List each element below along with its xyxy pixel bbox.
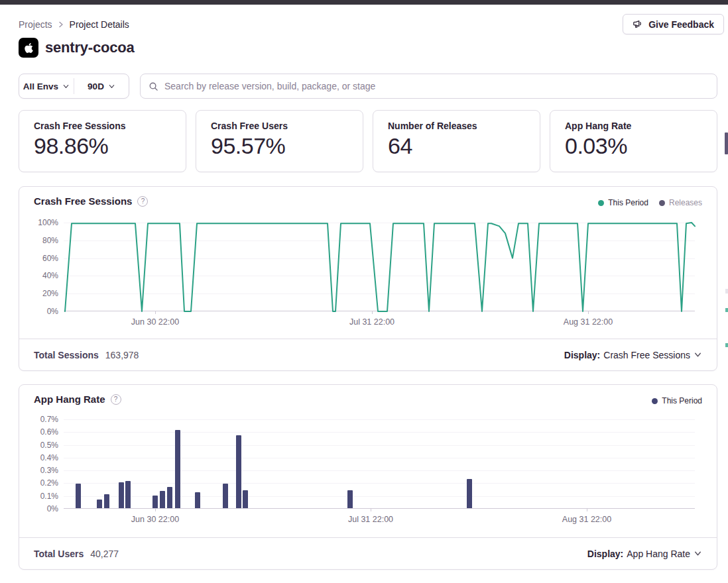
display-label: Display:: [564, 350, 600, 360]
environment-selector-label: All Envs: [23, 81, 58, 91]
breadcrumb: Projects Project Details: [19, 19, 129, 30]
legend-item-this-period[interactable]: This Period: [652, 396, 702, 405]
stat-label: App Hang Rate: [565, 121, 702, 131]
breadcrumb-projects-link[interactable]: Projects: [19, 19, 52, 30]
total-users: Total Users 40,277: [34, 549, 119, 559]
apple-icon: [19, 38, 38, 58]
stat-label: Number of Releases: [388, 121, 525, 131]
release-search-box: [140, 74, 717, 99]
chevron-right-icon: [58, 21, 64, 28]
search-input[interactable]: [164, 81, 709, 91]
clipped-side-panel-dot: [725, 308, 728, 312]
page-title: sentry-cocoa: [45, 39, 135, 56]
give-feedback-button[interactable]: Give Feedback: [623, 14, 724, 34]
legend-item-releases[interactable]: Releases: [659, 198, 702, 207]
legend-label: This Period: [662, 396, 702, 405]
give-feedback-label: Give Feedback: [648, 19, 714, 30]
app-hang-rate-chart-panel: App Hang Rate ? This Period 0%0.1%0.2%0.…: [19, 384, 717, 570]
legend-label: Releases: [669, 198, 702, 207]
help-icon[interactable]: ?: [137, 196, 148, 207]
stat-label: Crash Free Sessions: [34, 121, 171, 131]
legend-dot: [598, 200, 604, 206]
clipped-side-panel-dot: [725, 343, 728, 347]
help-icon[interactable]: ?: [111, 394, 121, 405]
crash-free-sessions-line-chart[interactable]: 0%20%40%60%80%100%Jun 30 22:00Jul 31 22:…: [64, 223, 695, 311]
date-range-selector-label: 90D: [88, 81, 104, 91]
legend-item-this-period[interactable]: This Period: [598, 198, 648, 207]
display-value: App Hang Rate: [627, 549, 690, 559]
display-selector[interactable]: Display: App Hang Rate: [587, 549, 702, 559]
display-selector[interactable]: Display: Crash Free Sessions: [564, 350, 702, 360]
stat-label: Crash Free Users: [211, 121, 348, 131]
stat-card-number-of-releases: Number of Releases 64: [373, 110, 540, 172]
clipped-side-panel-bar: [725, 132, 728, 154]
panel-title-text: App Hang Rate: [34, 394, 105, 405]
panel-title-text: Crash Free Sessions: [34, 195, 132, 207]
chart-legend: This Period: [652, 396, 702, 405]
stat-value: 98.86%: [34, 133, 171, 159]
megaphone-icon: [633, 19, 643, 30]
stat-card-app-hang-rate: App Hang Rate 0.03%: [550, 110, 717, 172]
chevron-down-icon: [108, 83, 115, 90]
clipped-side-panel-item: [725, 289, 728, 293]
panel-title: App Hang Rate ?: [34, 394, 121, 405]
total-value: 163,978: [105, 350, 139, 360]
stat-card-crash-free-sessions: Crash Free Sessions 98.86%: [19, 110, 186, 172]
panel-title: Crash Free Sessions ?: [34, 195, 148, 207]
project-title-row: sentry-cocoa: [19, 38, 135, 58]
date-range-selector[interactable]: 90D: [74, 74, 129, 98]
stat-value: 64: [388, 133, 525, 159]
environment-selector[interactable]: All Envs: [19, 74, 74, 98]
legend-dot: [652, 398, 658, 404]
panel-footer: Total Users 40,277 Display: App Hang Rat…: [19, 537, 717, 569]
filter-row: All Envs 90D: [19, 74, 717, 99]
env-period-control: All Envs 90D: [19, 74, 129, 99]
total-sessions: Total Sessions 163,978: [34, 350, 139, 360]
breadcrumb-current: Project Details: [70, 19, 129, 30]
display-label: Display:: [587, 549, 623, 559]
crash-free-sessions-chart-panel: Crash Free Sessions ? This Period Releas…: [19, 186, 717, 371]
legend-dot: [659, 200, 665, 206]
stat-value: 0.03%: [565, 133, 702, 159]
search-icon: [149, 81, 158, 91]
legend-label: This Period: [608, 198, 648, 207]
chevron-down-icon: [62, 83, 70, 90]
chevron-down-icon: [694, 549, 702, 558]
stat-value: 95.57%: [211, 133, 348, 159]
chart-legend: This Period Releases: [598, 198, 702, 207]
top-accent-bar: [0, 0, 728, 5]
total-value: 40,277: [90, 549, 119, 559]
project-details-page: Projects Project Details Give Feedback s…: [0, 0, 728, 583]
display-value: Crash Free Sessions: [603, 350, 690, 360]
stat-card-crash-free-users: Crash Free Users 95.57%: [196, 110, 363, 172]
app-hang-rate-bar-chart[interactable]: 0%0.1%0.2%0.3%0.4%0.5%0.6%0.7%Jun 30 22:…: [64, 419, 695, 509]
stats-row: Crash Free Sessions 98.86% Crash Free Us…: [19, 110, 717, 172]
panel-footer: Total Sessions 163,978 Display: Crash Fr…: [19, 339, 717, 370]
total-label: Total Users: [34, 549, 84, 559]
total-label: Total Sessions: [34, 350, 99, 360]
chevron-down-icon: [694, 350, 702, 359]
